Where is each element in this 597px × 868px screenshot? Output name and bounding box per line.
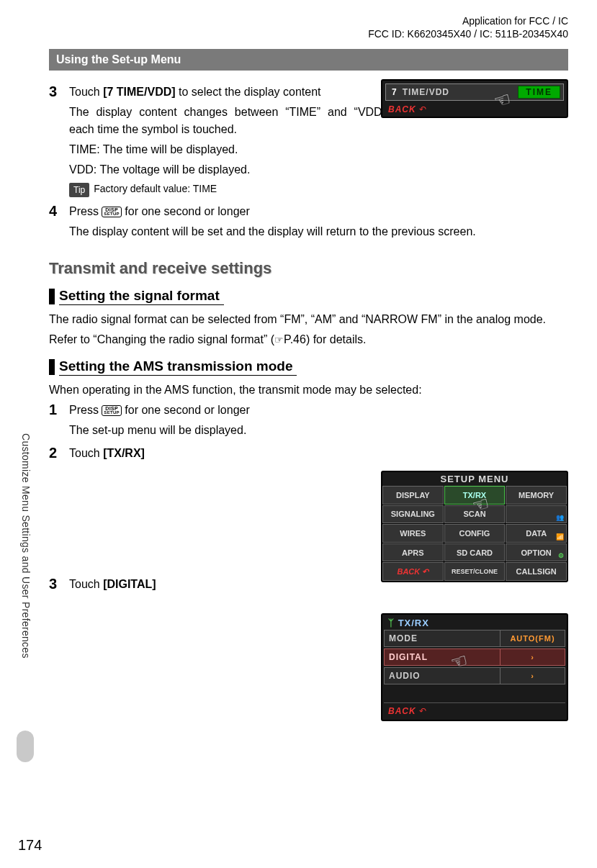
header-application: Application for FCC / IC FCC ID: K662034… <box>49 14 568 40</box>
row-label: MODE <box>385 633 500 643</box>
text: The radio signal format can be selected … <box>49 311 568 328</box>
text: Press <box>69 404 102 416</box>
step-number: 1 <box>49 402 69 442</box>
setup-menu-title: SETUP MENU <box>382 472 567 486</box>
text: VDD: The voltage will be displayed. <box>69 161 386 178</box>
subheading-signal-format: Setting the signal format <box>49 288 568 305</box>
menu-group: 👥 <box>506 505 567 524</box>
back-label: BACK <box>388 706 416 716</box>
signal-icon: 📶 <box>556 533 564 541</box>
heading-bar-icon <box>49 359 55 375</box>
back-row: BACK ↶ <box>384 702 565 718</box>
menu-callsign: CALLSIGN <box>506 562 567 581</box>
subheading-text: Setting the AMS transmission mode <box>59 358 297 376</box>
txrx-title: ᛉ TX/RX <box>384 616 565 630</box>
text: The display content changes between “TIM… <box>69 104 386 138</box>
menu-config: CONFIG <box>444 524 506 543</box>
row-audio: AUDIO › <box>384 667 565 684</box>
menu-value: TIME <box>518 86 560 99</box>
header-line2: FCC ID: K6620345X40 / IC: 511B-20345X40 <box>49 27 568 40</box>
touch-target: [DIGITAL] <box>103 578 156 590</box>
menu-index: 7 <box>389 87 400 97</box>
step-4: 4 Press DISPSETUP for one second or long… <box>49 203 568 243</box>
tip-badge: Tip <box>69 183 89 197</box>
ams-step-1: 1 Press DISPSETUP for one second or long… <box>49 402 568 442</box>
step-body: Touch [7 TIME/VDD] to select the display… <box>69 83 386 199</box>
section-banner: Using the Set-up Menu <box>49 49 568 71</box>
text: for one second or longer <box>122 404 250 416</box>
menu-signaling: SIGNALING <box>382 505 444 524</box>
gear-icon: ⚙ <box>558 552 564 559</box>
step-body: Press DISPSETUP for one second or longer… <box>69 402 568 442</box>
menu-memory: MEMORY <box>506 486 567 505</box>
text: Press <box>69 205 102 217</box>
menu-option: OPTION⚙ <box>506 543 567 562</box>
row-value: › <box>500 668 565 684</box>
side-tab-indicator <box>17 731 34 762</box>
text: Refer to “Changing the radio signal form… <box>49 331 568 348</box>
menu-aprs: APRS <box>382 543 444 562</box>
step-body: Press DISPSETUP for one second or longer… <box>69 203 568 243</box>
subheading-text: Setting the signal format <box>59 288 224 305</box>
text: for one second or longer <box>122 205 250 217</box>
device-screenshot-txrx: ᛉ TX/RX MODE AUTO(FM) DIGITAL › AUDIO › … <box>381 613 568 721</box>
side-tab-label: Customize Menu Settings and User Prefere… <box>20 433 32 659</box>
text: Touch <box>69 578 103 590</box>
subheading-ams-mode: Setting the AMS transmission mode <box>49 358 568 376</box>
page-number: 174 <box>18 837 42 854</box>
menu-row: 7 TIME/VDD TIME <box>385 83 564 101</box>
device-screenshot-time-vdd: 7 TIME/VDD TIME BACK ↶ ☜ <box>381 79 568 118</box>
antenna-icon: ᛉ <box>388 618 395 628</box>
row-digital: DIGITAL › <box>384 648 565 666</box>
back-arrow-icon: ↶ <box>419 104 426 114</box>
back-row: BACK ↶ <box>385 102 564 117</box>
device-screenshot-setup-menu: SETUP MENU DISPLAY TX/RX MEMORY SIGNALIN… <box>381 471 568 582</box>
step-number: 3 <box>49 83 69 199</box>
heading-transmit-receive: Transmit and receive settings <box>49 259 568 278</box>
header-line1: Application for FCC / IC <box>49 14 568 27</box>
back-arrow-icon: ↶ <box>419 706 426 716</box>
row-value: AUTO(FM) <box>500 630 565 646</box>
text: The set-up menu will be displayed. <box>69 422 568 439</box>
touch-target: [7 TIME/VDD] <box>103 86 175 98</box>
disp-setup-icon: DISPSETUP <box>102 207 122 218</box>
text: Touch <box>69 447 103 459</box>
text: When operating in the AMS function, the … <box>49 381 568 399</box>
step-body: Touch [TX/RX] <box>69 445 568 465</box>
ams-step-2: 2 Touch [TX/RX] <box>49 445 568 465</box>
heading-bar-icon <box>49 289 55 304</box>
menu-sdcard: SD CARD <box>444 543 506 562</box>
menu-reset-clone: RESET/CLONE <box>444 562 506 581</box>
row-value: › <box>500 649 565 665</box>
back-arrow-icon: ↶ <box>422 567 428 577</box>
step-number: 4 <box>49 203 69 243</box>
menu-data: DATA📶 <box>506 524 567 543</box>
text: Touch <box>69 86 103 98</box>
reference-icon: ☞ <box>274 334 284 345</box>
text-part: P.46) for details. <box>284 333 366 345</box>
text-part: Refer to “Changing the radio signal form… <box>49 333 274 345</box>
row-label: DIGITAL <box>385 652 500 662</box>
step-number: 3 <box>49 576 69 596</box>
touch-target: [TX/RX] <box>103 447 145 459</box>
back-label: BACK <box>388 104 416 114</box>
step-number: 2 <box>49 445 69 465</box>
row-label: AUDIO <box>385 671 500 681</box>
disp-setup-icon: DISPSETUP <box>102 405 122 417</box>
menu-back: BACK↶ <box>382 562 444 581</box>
menu-display: DISPLAY <box>382 486 444 505</box>
row-mode: MODE AUTO(FM) <box>384 630 565 647</box>
group-icon: 👥 <box>556 514 564 521</box>
menu-wires: WIRES <box>382 524 444 543</box>
text: TIME: The time will be displayed. <box>69 141 386 158</box>
text: The display content will be set and the … <box>69 223 568 240</box>
text: to select the display content <box>176 86 321 98</box>
tip-text: Factory default value: TIME <box>94 183 217 194</box>
